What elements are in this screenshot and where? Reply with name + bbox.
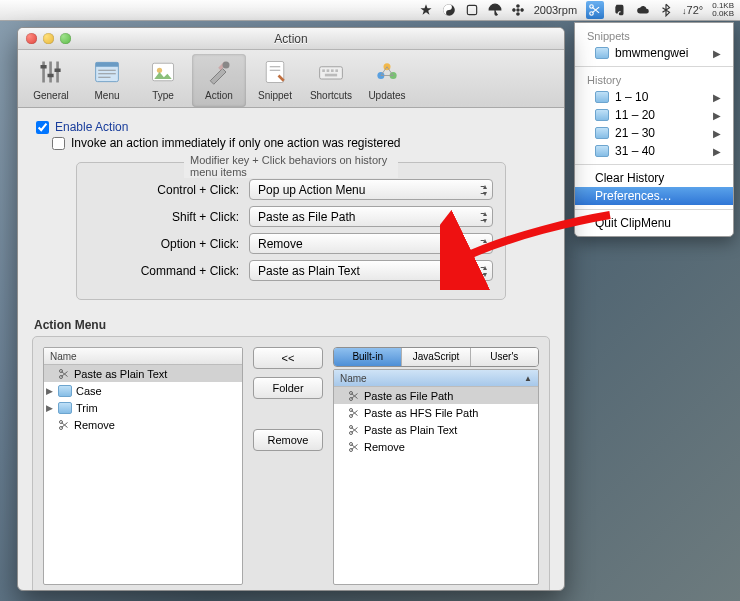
svg-point-39 <box>350 391 353 394</box>
window-titlebar[interactable]: Action <box>18 28 564 50</box>
tab-menu[interactable]: Menu <box>80 54 134 107</box>
right-list-header[interactable]: Name▲ <box>334 370 538 387</box>
temperature-readout: ↓72° <box>682 4 703 16</box>
command-click-popup[interactable]: Paste as Plain Text▴▾ <box>249 260 493 281</box>
box-icon <box>465 3 479 17</box>
preferences-item[interactable]: Preferences… <box>575 187 733 205</box>
enable-action-checkbox[interactable] <box>36 121 49 134</box>
svg-point-38 <box>60 426 63 429</box>
separator <box>575 164 733 165</box>
sort-asc-icon: ▲ <box>524 374 532 383</box>
svg-point-36 <box>60 375 63 378</box>
rpm-readout: 2003rpm <box>534 4 577 16</box>
scissors-icon <box>58 368 70 380</box>
left-list-header[interactable]: Name <box>44 348 242 365</box>
submenu-arrow-icon: ▶ <box>713 128 721 139</box>
sliders-icon <box>35 56 67 88</box>
list-item-label: Paste as File Path <box>364 390 453 402</box>
list-item[interactable]: Remove <box>334 438 538 455</box>
svg-rect-12 <box>96 62 119 66</box>
quit-item[interactable]: Quit ClipMenu <box>575 214 733 232</box>
clear-history-label: Clear History <box>595 171 664 185</box>
submenu-arrow-icon: ▶ <box>713 48 721 59</box>
command-click-value: Paste as Plain Text <box>258 264 360 278</box>
scissors-icon <box>348 441 360 453</box>
list-item[interactable]: ▶Trim <box>44 399 242 416</box>
cloud-icon[interactable] <box>636 3 650 17</box>
content-area: Enable Action Invoke an action immediate… <box>18 108 564 591</box>
svg-point-46 <box>350 448 353 451</box>
svg-point-44 <box>350 431 353 434</box>
list-item[interactable]: Paste as Plain Text <box>44 365 242 382</box>
folder-icon <box>595 109 609 121</box>
yinyang-icon <box>442 3 456 17</box>
list-item[interactable]: Paste as File Path <box>334 387 538 404</box>
new-folder-button[interactable]: Folder <box>253 377 323 399</box>
right-col-name: Name <box>340 373 367 384</box>
option-click-value: Remove <box>258 237 303 251</box>
system-menubar: 2003rpm ↓72° 0.1KB 0.0KB <box>0 0 740 21</box>
history-range-3[interactable]: 31 – 40▶ <box>575 142 733 160</box>
tab-action[interactable]: Action <box>192 54 246 107</box>
tab-type[interactable]: Type <box>136 54 190 107</box>
preferences-window: Action General Menu Type Action Snippet … <box>17 27 565 591</box>
left-listbox[interactable]: Name Paste as Plain Text ▶Case ▶Trim Rem… <box>43 347 243 585</box>
tab-general[interactable]: General <box>24 54 78 107</box>
tab-updates[interactable]: Updates <box>360 54 414 107</box>
left-col-name: Name <box>50 351 77 362</box>
tab-snippet-label: Snippet <box>258 90 292 101</box>
option-click-label: Option + Click: <box>89 237 239 251</box>
history-range-2[interactable]: 21 – 30▶ <box>575 124 733 142</box>
option-click-row: Option + Click: Remove▴▾ <box>89 233 493 254</box>
clear-history-item[interactable]: Clear History <box>575 169 733 187</box>
list-item[interactable]: Paste as Plain Text <box>334 421 538 438</box>
source-segmented: Built-in JavaScript User's <box>333 347 539 367</box>
list-item[interactable]: ▶Case <box>44 382 242 399</box>
disclosure-icon[interactable]: ▶ <box>46 403 54 413</box>
seg-users[interactable]: User's <box>471 348 538 366</box>
shift-click-popup[interactable]: Paste as File Path▴▾ <box>249 206 493 227</box>
umbrella-icon <box>488 3 502 17</box>
svg-point-35 <box>60 369 63 372</box>
remove-button[interactable]: Remove <box>253 429 323 451</box>
submenu-arrow-icon: ▶ <box>713 110 721 121</box>
shift-click-value: Paste as File Path <box>258 210 355 224</box>
right-listbox[interactable]: Name▲ Paste as File Path Paste as HFS Fi… <box>333 369 539 585</box>
submenu-arrow-icon: ▶ <box>713 92 721 103</box>
folder-icon <box>58 385 72 397</box>
tab-snippet[interactable]: Snippet <box>248 54 302 107</box>
history-range-1[interactable]: 11 – 20▶ <box>575 106 733 124</box>
network-readout: 0.1KB 0.0KB <box>712 2 734 18</box>
option-click-popup[interactable]: Remove▴▾ <box>249 233 493 254</box>
folder-icon <box>595 127 609 139</box>
snippets-folder-item[interactable]: bmwmengwei ▶ <box>575 44 733 62</box>
scissors-icon <box>348 390 360 402</box>
scissors-menubar-icon[interactable] <box>586 1 604 19</box>
list-item-label: Case <box>76 385 102 397</box>
move-left-button[interactable]: << <box>253 347 323 369</box>
invoke-immediately-label: Invoke an action immediately if only one… <box>71 136 401 150</box>
folder-icon <box>595 145 609 157</box>
control-click-label: Control + Click: <box>89 183 239 197</box>
history-item-label: 21 – 30 <box>615 126 655 140</box>
history-range-0[interactable]: 1 – 10▶ <box>575 88 733 106</box>
disclosure-icon[interactable]: ▶ <box>46 386 54 396</box>
svg-rect-23 <box>320 67 343 79</box>
svg-point-37 <box>60 420 63 423</box>
seg-javascript[interactable]: JavaScript <box>402 348 470 366</box>
submenu-arrow-icon: ▶ <box>713 146 721 157</box>
invoke-immediately-checkbox[interactable] <box>52 137 65 150</box>
menu-icon <box>91 56 123 88</box>
svg-rect-8 <box>41 65 47 69</box>
svg-rect-25 <box>327 69 330 72</box>
bluetooth-icon[interactable] <box>659 3 673 17</box>
star-icon <box>419 3 433 17</box>
list-item[interactable]: Remove <box>44 416 242 433</box>
control-click-popup[interactable]: Pop up Action Menu▴▾ <box>249 179 493 200</box>
tab-shortcuts[interactable]: Shortcuts <box>304 54 358 107</box>
evernote-icon[interactable] <box>613 3 627 17</box>
list-item[interactable]: Paste as HFS File Path <box>334 404 538 421</box>
seg-builtin[interactable]: Built-in <box>334 348 402 366</box>
tab-general-label: General <box>33 90 69 101</box>
left-list-body: Paste as Plain Text ▶Case ▶Trim Remove <box>44 365 242 584</box>
